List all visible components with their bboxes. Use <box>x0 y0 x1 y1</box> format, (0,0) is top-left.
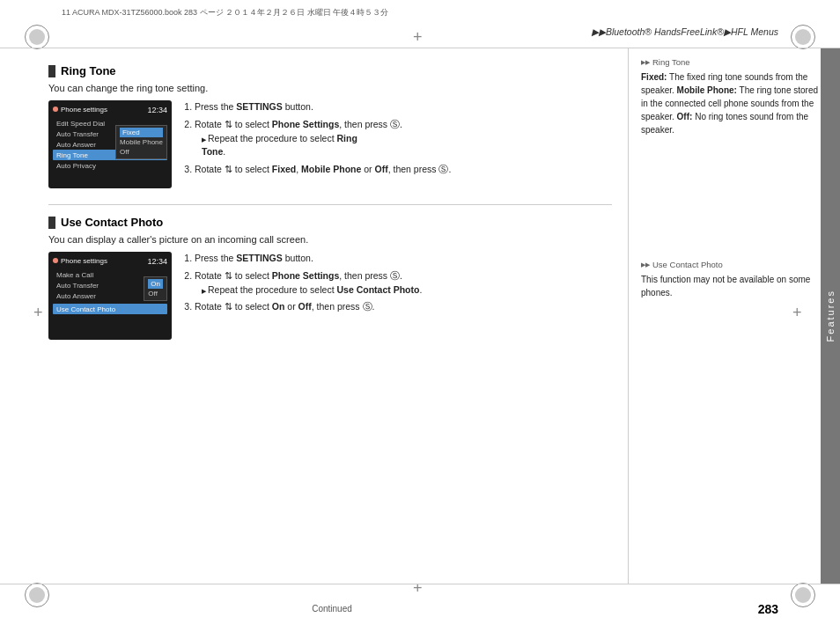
contact-photo-header: Use Contact Photo <box>48 216 612 229</box>
contact-photo-title: Use Contact Photo <box>61 216 163 229</box>
left-column: Ring Tone You can change the ring tone s… <box>0 48 629 584</box>
page-number: 283 <box>758 602 778 616</box>
screen-dot-1: Phone settings <box>53 106 107 114</box>
ring-tone-steps: Press the SETTINGS button. Rotate ⇅ to s… <box>182 100 612 188</box>
features-sidebar: Features <box>821 48 840 584</box>
menu-item-5: Auto Privacy <box>53 160 167 171</box>
ring-tone-note-text: Fixed: The fixed ring tone sounds from t… <box>641 70 824 136</box>
menu2-item-contact: Use Contact Photo <box>53 304 167 314</box>
continued-text: Continued <box>312 604 352 614</box>
screen-time-2: 12:34 <box>147 257 167 266</box>
contact-photo-note-text: This function may not be available on so… <box>641 273 824 299</box>
contact-photo-block-icon <box>48 217 55 229</box>
contact-photo-note-header: Use Contact Photo <box>641 260 824 269</box>
ring-tone-title: Ring Tone <box>61 64 116 77</box>
cp-step-2-sub: Repeat the procedure to select Use Conta… <box>202 283 612 298</box>
contact-photo-body: Phone settings 12:34 Make a Call Auto Tr… <box>48 252 612 340</box>
contact-photo-desc: You can display a caller's picture on an… <box>48 234 612 245</box>
ring-tone-desc: You can change the ring tone setting. <box>48 83 612 93</box>
screen-dot-2: Phone settings <box>53 257 107 266</box>
nav-path: ▶▶Bluetooth® HandsFreeLink®▶HFL Menus <box>592 26 778 37</box>
ring-tone-block-icon <box>48 65 55 77</box>
contact-options: On Off <box>144 276 167 301</box>
cp-step-3: Rotate ⇅ to select On or Off, then press… <box>195 300 612 314</box>
step-2-sub: Repeat the procedure to select RingTone. <box>202 132 612 160</box>
main-content: Ring Tone You can change the ring tone s… <box>0 48 840 584</box>
ring-opt-mobile: Mobile Phone <box>120 137 163 147</box>
contact-photo-steps: Press the SETTINGS button. Rotate ⇅ to s… <box>182 252 612 340</box>
contact-opt-off: Off <box>148 289 163 298</box>
ring-tone-note: Ring Tone Fixed: The fixed ring tone sou… <box>641 57 824 136</box>
ring-tone-screen: Phone settings 12:34 Edit Speed Dial Aut… <box>48 100 172 188</box>
ring-opt-fixed: Fixed <box>120 128 163 137</box>
ring-tone-body: Phone settings 12:34 Edit Speed Dial Aut… <box>48 100 612 188</box>
screen-header-1: Phone settings 12:34 <box>53 106 167 114</box>
ring-opt-off: Off <box>120 147 163 157</box>
right-column: Ring Tone Fixed: The fixed ring tone sou… <box>629 48 840 584</box>
step-2: Rotate ⇅ to select Phone Settings, then … <box>195 118 612 159</box>
bottom-bar: Continued 283 <box>0 584 840 632</box>
step-3: Rotate ⇅ to select Fixed, Mobile Phone o… <box>195 163 612 177</box>
file-info: 11 ACURA MDX-31TZ56000.book 283 ページ ２０１４… <box>62 7 388 18</box>
ring-tone-note-header: Ring Tone <box>641 57 824 67</box>
divider-1 <box>48 204 612 205</box>
step-1: Press the SETTINGS button. <box>195 100 612 114</box>
screen-header-2: Phone settings 12:34 <box>53 257 167 266</box>
cp-step-2: Rotate ⇅ to select Phone Settings, then … <box>195 269 612 298</box>
features-label: Features <box>825 290 836 342</box>
screen-time-1: 12:34 <box>147 106 167 114</box>
contact-opt-on: On <box>148 279 163 289</box>
ring-tone-header: Ring Tone <box>48 64 612 77</box>
contact-photo-screen: Phone settings 12:34 Make a Call Auto Tr… <box>48 252 172 340</box>
contact-photo-note: Use Contact Photo This function may not … <box>641 260 824 299</box>
ring-options: Fixed Mobile Phone Off <box>115 125 167 159</box>
cp-step-1: Press the SETTINGS button. <box>195 252 612 266</box>
top-bar: 11 ACURA MDX-31TZ56000.book 283 ページ ２０１４… <box>0 0 840 48</box>
